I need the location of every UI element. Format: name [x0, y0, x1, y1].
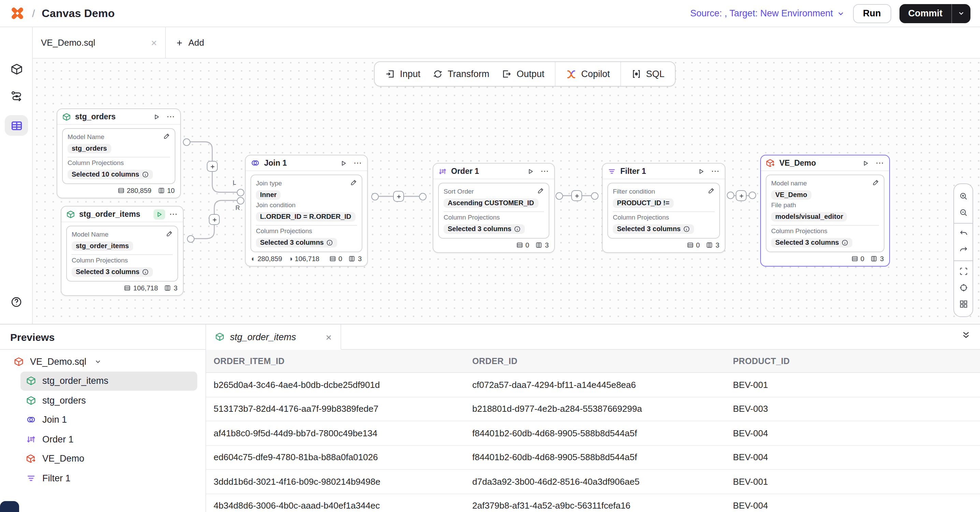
edit-icon[interactable] — [350, 179, 358, 186]
node-join-1[interactable]: Join 1 ⋯ Join type Inner Join condition … — [245, 155, 368, 266]
info-icon[interactable] — [684, 225, 690, 232]
port-stg-order-items-out[interactable] — [187, 235, 194, 243]
edit-icon[interactable] — [166, 230, 173, 237]
insert-node-button[interactable] — [736, 190, 746, 201]
insert-node-button[interactable] — [207, 161, 218, 172]
projections-pill: Selected 3 columns — [72, 267, 153, 276]
node-order-1[interactable]: Order 1 ⋯ Sort Order Ascending CUSTOMER_… — [433, 163, 555, 253]
lineage-nav-button[interactable] — [5, 86, 28, 106]
center-canvas-button[interactable] — [954, 279, 972, 296]
rows-icon — [687, 241, 694, 249]
tree-item-join-1[interactable]: Join 1 — [21, 410, 197, 430]
tree-item-stg-orders[interactable]: stg_orders — [21, 391, 197, 410]
port-stg-orders-out[interactable] — [183, 138, 190, 146]
edit-icon[interactable] — [163, 132, 170, 140]
zoom-in-icon — [958, 192, 968, 201]
model-file-icon — [14, 357, 24, 367]
edit-icon[interactable] — [708, 187, 715, 194]
canvas-nav-button[interactable] — [5, 115, 28, 136]
zoom-in-button[interactable] — [954, 188, 972, 204]
commit-button[interactable]: Commit — [899, 4, 971, 23]
models-nav-button[interactable] — [5, 59, 28, 79]
tree-item-order-1[interactable]: Order 1 — [21, 430, 197, 449]
port-join-left-in[interactable] — [237, 189, 244, 196]
join-left-port-label: L — [233, 179, 236, 186]
node-filter-1[interactable]: Filter 1 ⋯ Filter condition PRODUCT_ID !… — [602, 163, 725, 253]
insert-node-button[interactable] — [571, 190, 582, 201]
chevron-down-icon[interactable] — [94, 358, 101, 365]
add-output-button[interactable]: Output — [501, 69, 544, 79]
play-icon — [697, 167, 705, 175]
field-label: Model Name — [68, 133, 170, 141]
insert-node-button[interactable] — [209, 214, 220, 225]
copilot-button[interactable]: Copilot — [565, 68, 610, 79]
port-ve-demo-in[interactable] — [748, 192, 756, 199]
node-stg-order-items[interactable]: stg_order_items ⋯ Model Name stg_order_i… — [61, 206, 184, 296]
zoom-out-button[interactable] — [954, 204, 972, 221]
environment-selector[interactable]: Source: , Target: New Environment — [690, 8, 845, 18]
toolbar-divider — [954, 260, 972, 261]
info-icon[interactable] — [514, 225, 521, 232]
add-input-button[interactable]: Input — [385, 69, 420, 79]
run-node-button[interactable] — [338, 158, 349, 168]
port-filter-in[interactable] — [591, 192, 598, 200]
node-menu-button[interactable]: ⋯ — [353, 158, 363, 168]
sql-button[interactable]: SQL — [631, 69, 664, 79]
corner-widget[interactable] — [0, 501, 19, 512]
node-title: stg_orders — [75, 113, 116, 120]
run-button[interactable]: Run — [853, 4, 891, 23]
brand-x-logo[interactable] — [10, 5, 25, 21]
port-filter-out[interactable] — [727, 192, 734, 199]
close-preview-tab-icon[interactable]: × — [326, 331, 332, 342]
run-node-button[interactable] — [695, 166, 707, 176]
flow-icon — [10, 90, 23, 103]
auto-layout-button[interactable] — [954, 296, 972, 312]
half-circle-icon: ◐ — [251, 255, 256, 263]
info-icon[interactable] — [842, 239, 849, 246]
fit-view-button[interactable] — [954, 263, 972, 279]
info-icon[interactable] — [142, 171, 149, 178]
tree-item-stg-order-items[interactable]: stg_order_items — [21, 371, 197, 391]
edit-icon[interactable] — [537, 187, 545, 194]
help-button[interactable] — [5, 292, 28, 312]
node-menu-button[interactable]: ⋯ — [711, 166, 720, 176]
port-order-out[interactable] — [555, 192, 563, 200]
node-menu-button[interactable]: ⋯ — [541, 166, 549, 176]
info-icon[interactable] — [142, 268, 149, 275]
node-menu-button[interactable]: ⋯ — [169, 209, 178, 219]
commit-dropdown-button[interactable] — [952, 4, 970, 23]
port-join-out[interactable] — [371, 193, 379, 200]
redo-button[interactable] — [954, 242, 972, 258]
run-node-button[interactable] — [860, 158, 872, 168]
port-join-right-in[interactable] — [237, 197, 244, 204]
node-menu-button[interactable]: ⋯ — [876, 158, 885, 168]
edit-icon[interactable] — [872, 179, 880, 186]
close-tab-icon[interactable]: × — [151, 38, 157, 48]
port-order-in[interactable] — [419, 193, 426, 200]
field-label: Sort Order — [444, 187, 544, 196]
commit-label[interactable]: Commit — [899, 4, 952, 23]
run-node-button[interactable] — [525, 166, 536, 176]
tab-ve-demo-sql[interactable]: VE_Demo.sql × — [33, 27, 166, 58]
card-divider — [444, 211, 544, 212]
node-menu-button[interactable]: ⋯ — [167, 112, 175, 121]
canvas[interactable]: L R Input Transform Output — [33, 59, 980, 324]
tree-item-ve-demo[interactable]: VE_Demo — [21, 449, 197, 468]
rows-icon — [516, 241, 523, 249]
node-stg-orders[interactable]: stg_orders ⋯ Model Name stg_orders Colum… — [57, 108, 181, 198]
info-icon[interactable] — [326, 239, 333, 246]
add-tab-button[interactable]: Add — [166, 27, 213, 58]
node-ve-demo[interactable]: VE_Demo ⋯ Model name VE_Demo File path m… — [760, 155, 890, 266]
collapse-panel-button[interactable] — [961, 330, 971, 340]
model-output-cube-icon — [26, 454, 36, 464]
tree-item-filter-1[interactable]: Filter 1 — [21, 468, 197, 488]
run-node-button[interactable] — [151, 111, 162, 122]
undo-button[interactable] — [954, 226, 972, 242]
insert-node-button[interactable] — [393, 191, 404, 202]
run-node-button[interactable] — [154, 209, 165, 219]
tree-item-label: Join 1 — [42, 415, 67, 425]
preview-tab-stg-order-items[interactable]: stg_order_items × — [206, 325, 341, 350]
table-row: 4b34d8d6-3006-4b0c-aaad-b40ef1a344ec2af3… — [206, 494, 980, 512]
tree-item-ve-demo-sql[interactable]: VE_Demo.sql — [8, 352, 197, 371]
add-transform-button[interactable]: Transform — [433, 69, 489, 79]
